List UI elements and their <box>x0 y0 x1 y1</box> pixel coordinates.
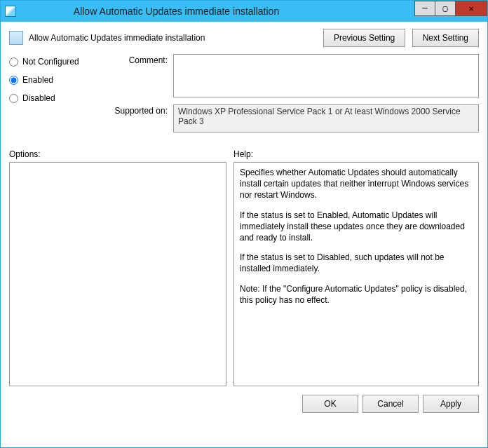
state-radio-group: Not Configured Enabled Disabled <box>9 54 100 140</box>
options-pane-label: Options: <box>9 149 226 159</box>
policy-title: Allow Automatic Updates immediate instal… <box>29 33 205 43</box>
radio-enabled-label: Enabled <box>22 75 53 85</box>
radio-not-configured-input[interactable] <box>9 57 18 67</box>
radio-not-configured-label: Not Configured <box>22 57 79 67</box>
apply-button[interactable]: Apply <box>423 395 479 413</box>
help-pane: Specifies whether Automatic Updates shou… <box>233 162 479 386</box>
radio-not-configured[interactable]: Not Configured <box>9 57 100 67</box>
help-pane-label: Help: <box>233 149 479 159</box>
comment-input[interactable] <box>173 54 479 97</box>
radio-enabled-input[interactable] <box>9 76 18 85</box>
radio-disabled-input[interactable] <box>9 94 18 103</box>
ok-button[interactable]: OK <box>302 395 358 413</box>
previous-setting-button[interactable]: Previous Setting <box>323 29 405 47</box>
options-pane <box>9 162 226 386</box>
supported-on-label: Supported on: <box>110 104 173 116</box>
help-paragraph: Specifies whether Automatic Updates shou… <box>240 167 473 201</box>
supported-on-value: Windows XP Professional Service Pack 1 o… <box>173 104 479 133</box>
minimize-button[interactable]: ─ <box>414 1 435 16</box>
close-button[interactable]: ✕ <box>455 1 487 16</box>
maximize-button[interactable]: ▢ <box>435 1 456 16</box>
help-paragraph: Note: If the "Configure Automatic Update… <box>240 283 473 306</box>
window-title: Allow Automatic Updates immediate instal… <box>0 6 415 17</box>
titlebar: Allow Automatic Updates immediate instal… <box>1 1 487 22</box>
radio-disabled[interactable]: Disabled <box>9 93 100 103</box>
radio-disabled-label: Disabled <box>22 93 55 103</box>
help-paragraph: If the status is set to Disabled, such u… <box>240 252 473 274</box>
help-paragraph: If the status is set to Enabled, Automat… <box>240 210 473 244</box>
next-setting-button[interactable]: Next Setting <box>412 29 479 47</box>
comment-label: Comment: <box>110 54 173 65</box>
cancel-button[interactable]: Cancel <box>362 395 419 413</box>
supported-on-text: Windows XP Professional Service Pack 1 o… <box>178 107 461 126</box>
policy-icon <box>9 31 23 45</box>
radio-enabled[interactable]: Enabled <box>9 75 100 85</box>
